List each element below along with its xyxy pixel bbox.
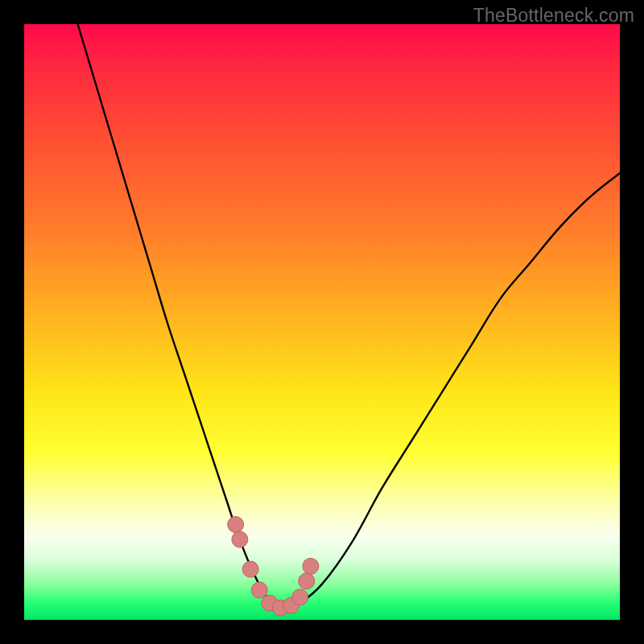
marker-point xyxy=(242,561,258,577)
marker-point xyxy=(232,531,248,547)
bottleneck-curve xyxy=(78,24,620,609)
marker-point xyxy=(292,589,308,605)
marker-point xyxy=(303,558,319,574)
marker-point xyxy=(251,582,267,598)
marker-point xyxy=(228,517,244,533)
curve-group xyxy=(78,24,620,609)
watermark-text: TheBottleneck.com xyxy=(473,5,634,27)
marker-point xyxy=(299,573,315,589)
chart-frame: TheBottleneck.com xyxy=(0,0,644,644)
highlight-markers xyxy=(228,517,319,617)
chart-overlay xyxy=(0,0,644,644)
